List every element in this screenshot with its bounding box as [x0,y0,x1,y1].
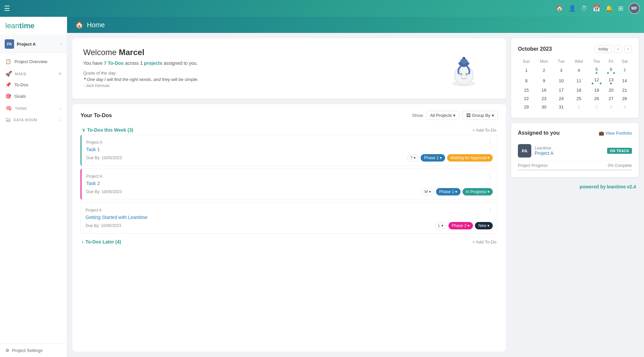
calendar-day[interactable]: 26 [588,94,605,103]
calendar-day[interactable]: 8 [518,76,535,86]
group-by-dropdown[interactable]: 🖼 Group By ▾ [463,111,498,120]
prev-month-btn[interactable]: ‹ [614,45,622,53]
calendar-day[interactable]: 20 [605,86,617,94]
calendar-day[interactable]: 2 [535,65,553,76]
status-chevron-icon: ▾ [487,155,489,160]
task-menu-btn[interactable]: ⋮ [487,207,493,213]
calendar-day[interactable]: 16 [535,86,553,94]
calendar-day[interactable]: 27 [605,94,617,103]
home-nav-icon[interactable]: 🏠 [556,5,563,12]
project-name: Project A [17,42,61,47]
portfolio-header: Assigned to you 💼 View Portfolio [518,130,632,136]
calendar-day[interactable]: 5 [588,65,605,76]
calendar-day[interactable]: 22 [518,94,535,103]
brand-text: leantime [607,184,626,189]
sidebar-item-project-overview[interactable]: 📋 Project Overview [0,56,67,67]
project-link[interactable]: Project A [535,150,604,156]
right-panel: October 2023 today ‹ › Sun Mon Tue [511,38,639,352]
calendar-day[interactable]: 7 [617,65,632,76]
calendar-day[interactable]: 28 [617,94,632,103]
calendar-day[interactable]: 25 [569,94,588,103]
task-name[interactable]: Getting Started with Leantime [86,215,493,220]
grid-nav-icon[interactable]: ⊞ [618,5,623,12]
calendar-day[interactable]: 24 [553,94,569,103]
portfolio-icon: 💼 [599,131,604,136]
phase-badge[interactable]: Phase 1 ▾ [436,188,461,195]
project-settings[interactable]: ⚙ Project Settings [5,348,61,353]
task-project: Project A [86,174,102,179]
calendar-day[interactable]: 6 [605,65,617,76]
all-projects-dropdown[interactable]: All Projects ▾ [426,111,459,120]
chevron-right-icon: › [82,239,84,244]
add-todo-later-btn[interactable]: + Add To-Do [472,239,496,244]
calendar-day[interactable]: 18 [569,86,588,94]
timer-nav-icon[interactable]: ⏱ [581,5,587,12]
calendar-day[interactable]: 1 [518,65,535,76]
calendar-day[interactable]: 21 [617,86,632,94]
svg-point-1 [454,66,473,85]
calendar-day[interactable]: 31 [553,103,569,111]
sidebar-section-make[interactable]: 🚀 MAKE ∨ [0,67,67,79]
home-header-icon: 🏠 [75,21,84,29]
sidebar-section-data-room[interactable]: 🗂 DATA ROOM › [0,114,67,125]
priority-badge[interactable]: M ▾ [422,188,434,195]
calendar-nav: today ‹ › [595,45,632,53]
sidebar-item-todos[interactable]: 📌 To-Dos [0,79,67,90]
calendar-day[interactable]: 30 [535,103,553,111]
day-header-mon: Mon [535,58,553,65]
user-avatar[interactable]: MF [629,3,640,14]
on-track-badge: ON TRACK [607,148,632,154]
progress-bar-container [518,169,632,171]
top-nav-right: 🏠 👤 ⏱ 📅 🔔 ⊞ MF [556,3,640,14]
phase-badge[interactable]: Phase 1 ▾ [421,154,445,162]
calendar-day[interactable]: 14 [617,76,632,86]
task-menu-btn[interactable]: ⋮ [487,173,493,179]
this-week-title: ∨ To-Dos this Week (3) [82,127,133,133]
later-header[interactable]: › To-Dos Later (4) + Add To-Do [80,237,498,247]
hamburger-menu[interactable]: ☰ [4,4,10,12]
calendar-day[interactable]: 4 [569,65,588,76]
make-chevron-icon: ∨ [59,72,62,76]
sidebar-item-goals[interactable]: 🎯 Goals [0,90,67,102]
status-badge[interactable]: Waiting for Approval ▾ [447,154,493,162]
phase-badge[interactable]: Phase 2 ▾ [448,222,473,229]
calendar-day[interactable]: 3 [553,65,569,76]
next-month-btn[interactable]: › [625,45,632,53]
project-info: Leantime Project A [535,146,604,156]
add-todo-this-week-btn[interactable]: + Add To-Do [472,128,496,133]
calendar-day[interactable]: 29 [518,103,535,111]
calendar-day[interactable]: 13 [605,76,617,86]
task-menu-btn[interactable]: ⋮ [487,139,493,145]
think-label: THINK [15,106,27,110]
main-content: Welcome Marcel You have 7 To-Dos across … [67,33,644,357]
calendar-nav-icon[interactable]: 📅 [593,5,600,12]
calendar-day[interactable]: 12 [588,76,605,86]
calendar-day[interactable]: 19 [588,86,605,94]
calendar-day[interactable]: 1 [569,103,588,111]
project-selector[interactable]: PA Project A › [0,35,67,53]
notification-nav-icon[interactable]: 🔔 [605,5,613,12]
project-org: Leantime [535,146,604,150]
today-button[interactable]: today [595,45,612,53]
calendar-day[interactable]: 23 [535,94,553,103]
calendar-day[interactable]: 10 [553,76,569,86]
calendar-day[interactable]: 11 [569,76,588,86]
user-nav-icon[interactable]: 👤 [569,5,576,12]
calendar-day[interactable]: 15 [518,86,535,94]
status-badge[interactable]: New ▾ [475,222,493,229]
task-due: Due By: 10/06/2023 [86,189,122,194]
priority-badge[interactable]: ? ▾ [407,154,419,162]
priority-chevron-icon: ▾ [414,155,416,160]
priority-badge[interactable]: L ▾ [435,222,446,229]
calendar-day[interactable]: 3 [605,103,617,111]
calendar-day[interactable]: 9 [535,76,553,86]
task-name[interactable]: Task 2 [86,181,493,186]
this-week-header[interactable]: ∨ To-Dos this Week (3) + Add To-Do [80,125,498,135]
sidebar-section-think[interactable]: 🧠 THINK › [0,102,67,114]
calendar-day[interactable]: 4 [617,103,632,111]
calendar-day[interactable]: 2 [588,103,605,111]
task-name[interactable]: Task 1 [86,147,493,152]
view-portfolio-link[interactable]: 💼 View Portfolio [599,131,632,136]
status-badge[interactable]: In Progress ▾ [463,188,493,195]
calendar-day[interactable]: 17 [553,86,569,94]
